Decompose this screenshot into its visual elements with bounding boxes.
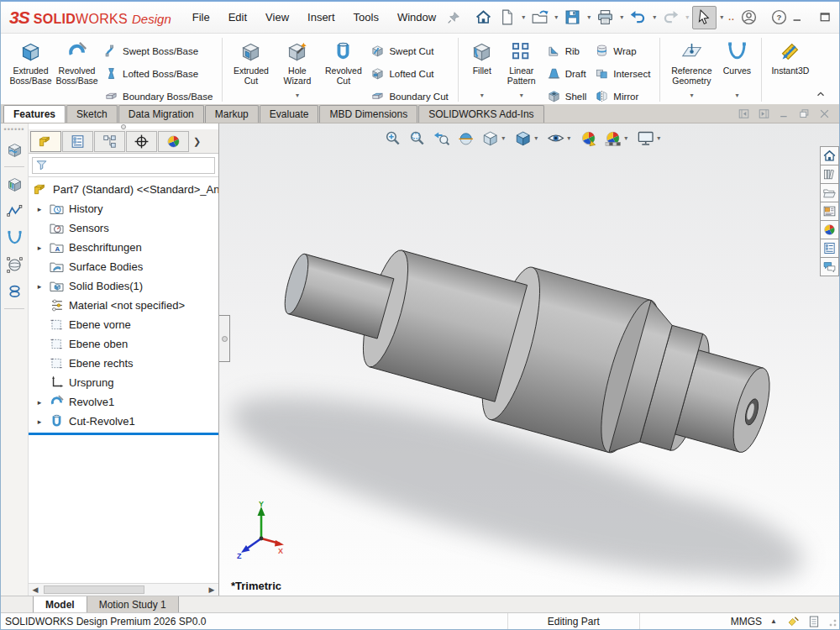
displaymanager-tab[interactable] <box>158 131 189 152</box>
swept-cut-button[interactable]: Swept Cut <box>368 43 450 59</box>
design-library-button[interactable] <box>820 165 839 184</box>
linear-pattern-dropdown-arrow[interactable]: ▾ <box>520 91 523 103</box>
rollback-bar[interactable] <box>29 433 218 435</box>
more-tabs-chevron-icon[interactable]: ❯ <box>193 136 201 147</box>
tree-filter-input[interactable] <box>50 160 212 171</box>
login-button[interactable] <box>738 6 760 29</box>
doc-minimize-icon[interactable] <box>778 108 790 120</box>
previous-pane-icon[interactable] <box>738 108 750 120</box>
zoom-to-fit-button[interactable] <box>381 128 404 148</box>
dimxpertmanager-tab[interactable] <box>126 131 157 152</box>
open-document-button[interactable] <box>528 6 551 29</box>
file-explorer-button[interactable] <box>820 183 839 202</box>
next-pane-icon[interactable] <box>758 108 770 120</box>
section-view-button[interactable] <box>454 128 477 148</box>
hole-wizard-button[interactable]: Hole Wizard ▾ <box>274 36 320 103</box>
tree-item-ebene-oben[interactable]: Ebene oben <box>29 334 218 354</box>
units-selector[interactable]: MMGS ▲ <box>721 616 787 627</box>
view-settings-button[interactable]: ▾ <box>634 128 665 148</box>
tab-mbd-dimensions[interactable]: MBD Dimensions <box>319 105 417 123</box>
lofted-cut-button[interactable]: Lofted Cut <box>368 66 450 81</box>
forum-button[interactable] <box>820 257 839 276</box>
scroll-left-arrow-icon[interactable]: ◀ <box>29 585 42 596</box>
scrollbar-track[interactable] <box>42 584 205 596</box>
scroll-right-arrow-icon[interactable]: ▶ <box>205 585 218 596</box>
lofted-boss-base-button[interactable]: Lofted Boss/Base <box>102 66 215 81</box>
document-sheet-icon[interactable] <box>807 615 821 628</box>
tab-evaluate[interactable]: Evaluate <box>260 105 319 123</box>
curves-button[interactable]: Curves ▾ <box>717 36 756 103</box>
save-button[interactable] <box>561 6 584 29</box>
tree-horizontal-scrollbar[interactable]: ◀ ▶ <box>29 583 218 596</box>
revolved-boss-base-button[interactable]: Revolved Boss/Base <box>54 36 100 103</box>
expand-caret-icon[interactable]: ▸ <box>34 282 45 291</box>
dropdown-arrow[interactable]: ▾ <box>654 134 663 142</box>
apply-scene-button[interactable]: ▾ <box>601 128 633 148</box>
print-dropdown-arrow[interactable]: ▾ <box>617 13 626 21</box>
toolbar-grip[interactable]: •••••• <box>4 126 25 133</box>
tab-model[interactable]: Model <box>33 596 87 612</box>
menu-insert[interactable]: Insert <box>298 7 344 28</box>
revolved-cut-button[interactable]: Revolved Cut <box>320 36 366 103</box>
tab-markup[interactable]: Markup <box>205 105 259 123</box>
zoom-to-area-button[interactable] <box>406 128 428 148</box>
extruded-cut-button[interactable]: Extruded Cut <box>228 36 274 103</box>
print-button[interactable] <box>594 6 617 29</box>
expand-caret-icon[interactable]: ▸ <box>34 205 45 213</box>
save-dropdown-arrow[interactable]: ▾ <box>585 13 593 21</box>
menu-view[interactable]: View <box>256 7 298 28</box>
menu-window[interactable]: Window <box>388 7 445 28</box>
extruded-boss-base-button[interactable]: Extruded Boss/Base <box>8 36 54 103</box>
hide-show-items-button[interactable]: ▾ <box>544 128 575 148</box>
coil-button[interactable] <box>3 281 25 302</box>
instant3d-button[interactable]: Instant3D <box>767 36 813 103</box>
maximize-window-icon[interactable] <box>818 10 832 24</box>
curves-dropdown-arrow[interactable]: ▾ <box>735 91 738 103</box>
previous-view-button[interactable] <box>430 128 453 148</box>
help-button[interactable] <box>768 6 790 29</box>
tree-item-ebene-rechts[interactable]: Ebene rechts <box>29 354 218 373</box>
undo-dropdown-arrow[interactable]: ▾ <box>650 13 659 21</box>
tree-item-history[interactable]: ▸ History <box>29 199 218 218</box>
fillet-button[interactable]: Fillet ▾ <box>464 36 501 103</box>
tab-sketch[interactable]: Sketch <box>66 105 118 123</box>
select-tool-button[interactable] <box>692 6 717 29</box>
select-dropdown-arrow[interactable]: ▾ <box>717 13 726 21</box>
menu-tools[interactable]: Tools <box>344 7 388 28</box>
doc-close-icon[interactable] <box>818 108 831 120</box>
linear-pattern-button[interactable]: Linear Pattern ▾ <box>501 36 543 103</box>
tree-item-solid-bodies[interactable]: ▸ Solid Bodies(1) <box>29 276 218 296</box>
custom-properties-button[interactable] <box>820 239 839 258</box>
task-pane-home-button[interactable] <box>820 146 839 165</box>
reference-geometry-button[interactable]: Reference Geometry ▾ <box>665 36 717 103</box>
dropdown-arrow[interactable]: ▾ <box>622 134 630 142</box>
tree-item-ursprung[interactable]: Ursprung <box>29 373 218 392</box>
hole-wizard-dropdown-arrow[interactable]: ▾ <box>296 91 299 103</box>
sketch-zigzag-button[interactable] <box>3 200 25 222</box>
reference-geometry-dropdown-arrow[interactable]: ▾ <box>690 91 693 103</box>
panel-splitter-handle[interactable] <box>219 315 230 362</box>
boundary-boss-base-button[interactable]: Boundary Boss/Base <box>102 88 215 104</box>
toolbar-overflow-dots[interactable]: .. <box>727 13 737 22</box>
edit-appearance-button[interactable] <box>577 128 600 148</box>
tab-motion-study-1[interactable]: Motion Study 1 <box>87 596 179 612</box>
graphics-viewport[interactable]: ▾ ▾ ▾ ▾ ▾ Y <box>219 123 839 596</box>
dropdown-arrow[interactable]: ▾ <box>564 134 573 142</box>
spline-button[interactable] <box>3 227 25 249</box>
new-document-button[interactable] <box>496 6 518 29</box>
tab-data-migration[interactable]: Data Migration <box>118 105 204 123</box>
ribbon-collapse-button[interactable] <box>814 89 829 101</box>
tree-item-surface-bodies[interactable]: Surface Bodies <box>29 257 218 276</box>
dropdown-arrow[interactable]: ▾ <box>532 134 540 142</box>
tree-item-sensors[interactable]: Sensors <box>29 218 218 238</box>
panel-top-grip[interactable] <box>29 123 218 129</box>
mirror-button[interactable]: Mirror <box>592 88 653 104</box>
part-surface-button[interactable] <box>3 139 25 160</box>
intersect-button[interactable]: Intersect <box>592 66 653 81</box>
tab-features[interactable]: Features <box>3 105 66 123</box>
dropdown-arrow[interactable]: ▾ <box>499 134 507 142</box>
tree-item-material[interactable]: Material <not specified> <box>29 296 218 315</box>
appearances-button[interactable] <box>820 220 839 239</box>
configurationmanager-tab[interactable] <box>94 131 125 152</box>
freeform-button[interactable] <box>3 254 25 276</box>
